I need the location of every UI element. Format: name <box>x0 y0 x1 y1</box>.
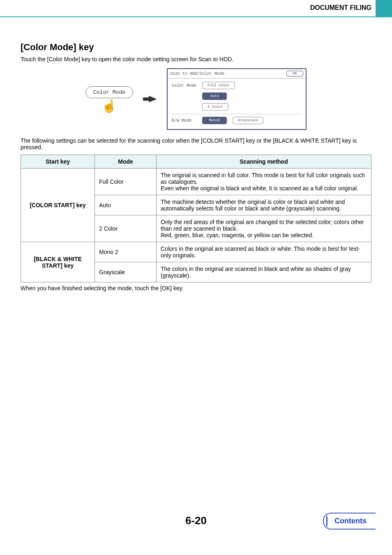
intro-text: Touch the [Color Mode] key to open the c… <box>21 56 371 62</box>
panel-color-label: Color Mode <box>172 83 196 88</box>
th-start-key: Start key <box>21 155 95 169</box>
cell-bw-start-key: [BLACK & WHITE START] key <box>21 242 95 282</box>
header-accent-box <box>376 0 392 16</box>
table-row: [BLACK & WHITE START] key Mono 2 Colors … <box>21 242 371 262</box>
illustration-row: Color Mode ☝ Scan to HDD/Color Mode OK C… <box>21 68 371 130</box>
cell-mode: 2 Color <box>95 215 157 242</box>
post-illustration-text: The following settings can be selected f… <box>21 137 371 150</box>
cell-desc: Colors in the original are scanned as bl… <box>157 242 371 262</box>
option-grayscale[interactable]: Grayscale <box>233 117 263 124</box>
cell-color-start-key: [COLOR START] key <box>21 169 95 242</box>
table-header-row: Start key Mode Scanning method <box>21 155 371 169</box>
option-full-color[interactable]: Full Color <box>202 82 235 89</box>
cell-mode: Mono 2 <box>95 242 157 262</box>
contents-button[interactable]: Contents <box>323 513 376 530</box>
cell-desc: The machine detects whether the original… <box>157 195 371 215</box>
modes-table: Start key Mode Scanning method [COLOR ST… <box>21 155 371 282</box>
settings-panel: Scan to HDD/Color Mode OK Color Mode Ful… <box>167 68 307 130</box>
cell-mode: Auto <box>95 195 157 215</box>
th-scanning-method: Scanning method <box>157 155 371 169</box>
th-mode: Mode <box>95 155 157 169</box>
header-title: DOCUMENT FILING <box>310 4 371 12</box>
option-auto[interactable]: Auto <box>202 92 227 100</box>
cell-desc: Only the red areas of the original are c… <box>157 215 371 242</box>
panel-divider <box>172 114 302 114</box>
cell-desc: The original is scanned in full color. T… <box>157 169 371 195</box>
cell-mode: Grayscale <box>95 262 157 282</box>
hand-pointer-icon: ☝ <box>101 100 117 112</box>
option-mono2[interactable]: Mono2 <box>202 117 227 124</box>
panel-title: Scan to HDD/Color Mode <box>170 72 224 76</box>
color-mode-key[interactable]: Color Mode <box>85 86 133 98</box>
page-header: DOCUMENT FILING <box>0 0 392 17</box>
option-2-color[interactable]: 2 Color <box>202 103 228 111</box>
key-with-hand: Color Mode ☝ <box>85 86 133 112</box>
table-row: [COLOR START] key Full Color The origina… <box>21 169 371 195</box>
arrow-right-icon <box>143 96 157 102</box>
page-heading: [Color Mode] key <box>21 42 371 53</box>
panel-bw-label: B/W Mode <box>172 118 196 123</box>
ok-button[interactable]: OK <box>286 71 303 76</box>
cell-desc: The colors in the original are scanned i… <box>157 262 371 282</box>
cell-mode: Full Color <box>95 169 157 195</box>
closing-text: When you have finished selecting the mod… <box>21 285 371 291</box>
